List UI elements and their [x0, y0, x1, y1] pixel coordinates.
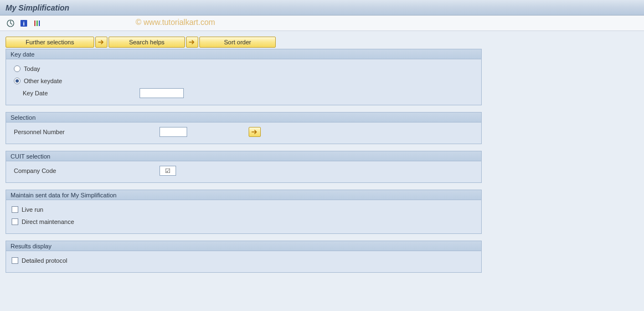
content-area: Further selections Search helps Sort ord… [0, 31, 644, 285]
radio-other-keydate[interactable] [14, 78, 20, 84]
field-row-key-date: Key Date [12, 87, 476, 99]
personnel-number-input[interactable] [159, 127, 187, 137]
field-row-personnel-number: Personnel Number [12, 126, 476, 138]
search-helps-button[interactable]: Search helps [109, 37, 185, 48]
svg-rect-5 [39, 21, 40, 26]
arrow-right-icon [188, 38, 196, 46]
group-cuit-selection: CUIT selection Company Code ☑ [6, 151, 482, 183]
info-icon[interactable]: i [19, 18, 29, 28]
svg-rect-3 [34, 21, 35, 26]
checkbox-detailed-protocol[interactable] [12, 257, 18, 264]
group-key-date: Key date Today Other keydate Key Date [6, 49, 482, 105]
search-helps-label: Search helps [129, 39, 164, 45]
group-maintain-sent-data: Maintain sent data for My Simplification… [6, 190, 482, 234]
live-run-label: Live run [22, 206, 43, 213]
group-title-results: Results display [6, 241, 481, 251]
field-row-company-code: Company Code ☑ [12, 165, 476, 177]
arrow-right-icon [251, 128, 259, 136]
selection-button-row: Further selections Search helps Sort ord… [6, 37, 638, 48]
sort-order-button[interactable]: Sort order [199, 37, 276, 48]
group-title-maintain: Maintain sent data for My Simplification [6, 190, 481, 200]
company-code-label: Company Code [12, 167, 136, 174]
watermark-text: © www.tutorialkart.com [136, 18, 215, 27]
sort-order-label: Sort order [224, 39, 251, 45]
group-title-key-date: Key date [6, 49, 481, 59]
group-title-selection: Selection [6, 113, 481, 123]
group-selection: Selection Personnel Number [6, 112, 482, 144]
execute-icon[interactable] [6, 18, 16, 28]
direct-maintenance-label: Direct maintenance [22, 218, 74, 225]
company-code-check-input[interactable]: ☑ [159, 166, 176, 176]
radio-other-label: Other keydate [24, 78, 62, 84]
key-date-label: Key Date [12, 90, 136, 96]
sort-order-arrow-button[interactable] [186, 37, 198, 48]
personnel-number-label: Personnel Number [12, 129, 136, 135]
arrow-right-icon [97, 38, 105, 46]
check-row-live-run[interactable]: Live run [12, 203, 476, 216]
svg-text:i: i [23, 20, 24, 27]
check-row-detailed-protocol[interactable]: Detailed protocol [12, 254, 476, 267]
radio-today[interactable] [14, 65, 20, 72]
svg-rect-4 [37, 21, 38, 26]
multiple-selection-button[interactable] [249, 127, 261, 137]
further-selections-label: Further selections [25, 39, 74, 45]
key-date-input[interactable] [140, 88, 184, 98]
search-helps-arrow-button[interactable] [95, 37, 107, 48]
checkbox-live-run[interactable] [12, 206, 18, 213]
further-selections-button[interactable]: Further selections [6, 37, 94, 48]
title-bar: My Simplification [0, 0, 644, 16]
group-results-display: Results display Detailed protocol [6, 241, 482, 273]
radio-row-today[interactable]: Today [12, 63, 476, 75]
radio-today-label: Today [24, 65, 40, 72]
variant-icon[interactable] [32, 18, 42, 28]
group-title-cuit: CUIT selection [6, 151, 481, 161]
detailed-protocol-label: Detailed protocol [22, 257, 68, 264]
app-toolbar: i © www.tutorialkart.com [0, 16, 644, 31]
checkbox-direct-maintenance[interactable] [12, 218, 18, 225]
page-title: My Simplification [6, 3, 69, 12]
radio-row-other[interactable]: Other keydate [12, 75, 476, 87]
check-row-direct-maintenance[interactable]: Direct maintenance [12, 216, 476, 228]
